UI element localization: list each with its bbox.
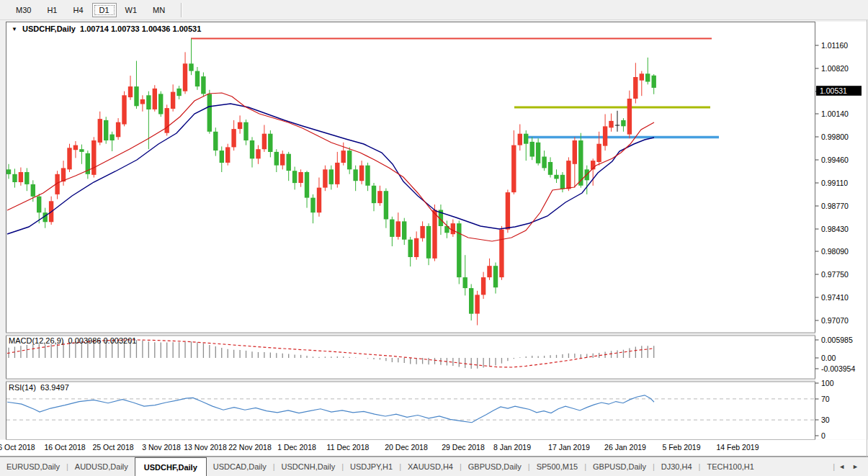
chart-canvas[interactable]: 1.011601.008201.004801.001400.998000.994…: [0, 20, 868, 457]
candle-body: [481, 277, 486, 295]
svg-text:1.00140: 1.00140: [821, 109, 849, 118]
candle-body: [621, 120, 625, 126]
mt4-window: M30H1H4D1W1MN 1.011601.008201.004801.001…: [0, 0, 868, 476]
candle-body: [633, 77, 637, 99]
timeframe-button-H4[interactable]: H4: [66, 3, 90, 17]
chart-title: ▼ USDCHF,Daily 1.00714 1.00733 1.00436 1…: [12, 24, 201, 33]
svg-text:14 Feb 2019: 14 Feb 2019: [717, 443, 759, 452]
candle-body: [475, 295, 479, 313]
chart-tab-bar: EURUSD,Daily|AUDUSD,DailyUSDCHF,DailyUSD…: [0, 457, 868, 476]
candle-body: [183, 63, 187, 91]
candle-body: [91, 140, 96, 175]
candle-body: [603, 126, 607, 145]
svg-text:0: 0: [821, 431, 826, 440]
svg-text:1 Dec 2018: 1 Dec 2018: [277, 443, 316, 452]
rsi-name: RSI(14): [9, 383, 36, 392]
candle-body: [341, 151, 346, 163]
macd-indicator-label: MACD(12,26,9) 0.003986 0.003201: [9, 336, 136, 345]
candle-body: [335, 163, 339, 184]
svg-text:0.005985: 0.005985: [821, 336, 853, 344]
candle-body: [116, 122, 120, 138]
candle-body: [487, 266, 491, 277]
svg-text:0.00: 0.00: [821, 354, 836, 362]
candle-body: [19, 172, 23, 182]
tab-gbpusd-daily[interactable]: GBPUSD,Daily: [586, 457, 653, 476]
svg-text:70: 70: [821, 395, 830, 403]
candle-body: [372, 186, 376, 203]
tab-eurusd-daily[interactable]: EURUSD,Daily: [0, 457, 66, 476]
candle-body: [560, 175, 565, 189]
candle-body: [122, 95, 126, 124]
current-price-badge: 1.00531: [816, 86, 862, 96]
svg-text:16 Oct 2018: 16 Oct 2018: [44, 443, 85, 452]
timeframe-button-MN[interactable]: MN: [146, 3, 172, 17]
svg-text:1.01160: 1.01160: [821, 41, 848, 50]
macd-name: MACD(12,26,9): [9, 336, 63, 345]
timeframe-button-M30[interactable]: M30: [9, 3, 38, 17]
candle-body: [426, 226, 431, 259]
svg-text:1.00531: 1.00531: [820, 86, 847, 95]
candle-body: [384, 191, 388, 219]
candle-body: [268, 134, 272, 152]
svg-text:8 Jan 2019: 8 Jan 2019: [493, 443, 531, 452]
candle-body: [171, 92, 175, 109]
timeframe-button-H1[interactable]: H1: [40, 3, 64, 17]
timeframe-button-W1[interactable]: W1: [118, 3, 145, 17]
candle-body: [31, 184, 35, 197]
tab-usdcad-daily[interactable]: USDCAD,Daily: [207, 457, 273, 476]
tab-usdjpy-h1[interactable]: USDJPY,H1: [344, 457, 399, 476]
candle-body: [207, 94, 212, 131]
svg-text:0.99460: 0.99460: [821, 156, 849, 164]
candle-body: [573, 140, 577, 164]
candle-body: [615, 125, 619, 126]
svg-text:0.98770: 0.98770: [821, 202, 849, 210]
candle-body: [220, 151, 224, 163]
tab-dj30-h4[interactable]: DJ30,H4: [655, 457, 699, 476]
candle-body: [359, 166, 364, 181]
svg-text:29 Dec 2018: 29 Dec 2018: [442, 443, 485, 452]
macd-values: 0.003986 0.003201: [68, 336, 137, 345]
candle-body: [250, 140, 254, 158]
svg-text:-0.003954: -0.003954: [821, 364, 855, 373]
candle-body: [153, 89, 157, 109]
candle-body: [317, 188, 321, 213]
candle-body: [310, 198, 315, 213]
candle-body: [79, 149, 84, 152]
tab-audusd-daily[interactable]: AUDUSD,Daily: [68, 457, 135, 476]
tab-sp500-m15[interactable]: SP500,M15: [530, 457, 584, 476]
candle-body: [146, 95, 151, 109]
svg-text:5 Feb 2019: 5 Feb 2019: [662, 443, 700, 452]
tab-usdcnh-daily[interactable]: USDCNH,Daily: [275, 457, 342, 476]
tab-gbpusd-daily[interactable]: GBPUSD,Daily: [462, 457, 528, 476]
svg-text:0.99110: 0.99110: [821, 179, 848, 187]
candle-body: [238, 122, 242, 129]
candle-body: [524, 134, 528, 144]
candle-body: [189, 63, 193, 71]
tabs-scroll-left-button[interactable]: ◄: [835, 462, 849, 472]
symbol-dropdown-icon[interactable]: ▼: [12, 26, 17, 32]
tabs-scroll-right-button[interactable]: ►: [849, 462, 862, 472]
candle-body: [109, 135, 114, 140]
tab-tech100-h1[interactable]: TECH100,H1: [700, 457, 760, 476]
candle-body: [566, 161, 571, 189]
svg-text:20 Dec 2018: 20 Dec 2018: [385, 443, 428, 452]
candle-body: [493, 266, 498, 287]
timeframe-button-D1[interactable]: D1: [92, 3, 117, 17]
candle-body: [652, 76, 656, 88]
candle-body: [377, 191, 382, 203]
candle-body: [390, 220, 394, 237]
svg-text:11 Dec 2018: 11 Dec 2018: [327, 443, 370, 452]
candle-body: [231, 129, 236, 147]
tab-usdchf-daily[interactable]: USDCHF,Daily: [135, 457, 207, 476]
candle-body: [542, 157, 546, 169]
svg-text:30: 30: [821, 416, 830, 424]
svg-text:3 Nov 2018: 3 Nov 2018: [142, 443, 181, 452]
candle-body: [134, 86, 138, 106]
svg-text:100: 100: [821, 379, 834, 387]
tab-xauusd-h4[interactable]: XAUUSD,H4: [401, 457, 460, 476]
tab-scroll-controls: |◄►: [833, 457, 868, 476]
candle-body: [128, 86, 133, 97]
candle-body: [201, 76, 205, 94]
rsi-value: 63.9497: [40, 383, 69, 392]
candle-body: [158, 94, 163, 114]
